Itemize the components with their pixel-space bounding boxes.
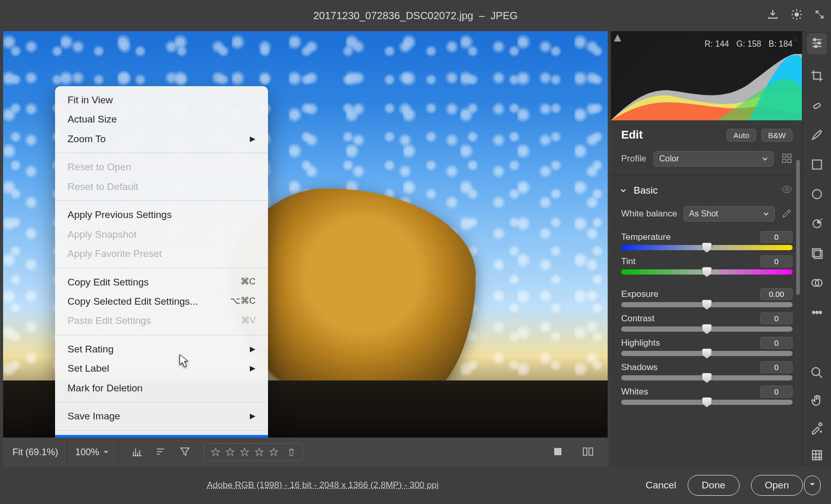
cancel-button[interactable]: Cancel xyxy=(646,480,676,491)
svg-rect-13 xyxy=(812,160,821,169)
sort-icon[interactable] xyxy=(151,443,171,461)
exposure-control[interactable]: Exposure0.00 xyxy=(611,286,802,310)
filter-icon[interactable] xyxy=(175,443,195,461)
presets-icon[interactable] xyxy=(810,247,824,262)
menu-reset-to-default: Reset to Default xyxy=(55,177,268,196)
svg-point-25 xyxy=(820,431,821,432)
menu-apply-fav-preset: Apply Favorite Preset xyxy=(55,244,268,263)
image-preview[interactable]: Fit in View Actual Size Zoom To▶ Reset t… xyxy=(3,31,608,438)
svg-point-14 xyxy=(812,189,821,198)
rating-bar[interactable] xyxy=(204,443,303,461)
menu-set-rating[interactable]: Set Rating▶ xyxy=(55,339,268,359)
star-icon[interactable] xyxy=(254,447,264,457)
visibility-icon[interactable] xyxy=(781,184,793,197)
svg-point-24 xyxy=(812,367,820,375)
zoom-dropdown[interactable]: 100% xyxy=(75,447,110,458)
temperature-control[interactable]: Temperature0 xyxy=(611,229,802,253)
footer: Adobe RGB (1998) - 16 bit - 2048 x 1366 … xyxy=(0,467,831,504)
gear-icon[interactable] xyxy=(790,8,803,23)
canvas-column: Fit in View Actual Size Zoom To▶ Reset t… xyxy=(0,31,611,467)
snapshot-icon[interactable] xyxy=(810,276,824,291)
compare-icon[interactable] xyxy=(578,443,598,461)
svg-point-16 xyxy=(817,221,820,223)
done-button[interactable]: Done xyxy=(688,475,739,496)
svg-point-0 xyxy=(795,13,798,16)
svg-rect-4 xyxy=(783,154,786,157)
highlights-control[interactable]: Highlights0 xyxy=(611,335,802,359)
svg-point-9 xyxy=(813,38,815,40)
menu-set-label[interactable]: Set Label▶ xyxy=(55,359,268,378)
svg-rect-6 xyxy=(783,159,786,162)
star-icon[interactable] xyxy=(269,447,279,457)
eyedropper-icon[interactable] xyxy=(781,208,793,221)
svg-point-11 xyxy=(814,45,816,47)
zoom-fit-label[interactable]: Fit (69.1%) xyxy=(12,447,58,458)
open-button[interactable]: Open xyxy=(751,475,803,496)
star-icon[interactable] xyxy=(210,447,221,457)
app-window: 20171230_072836_DSC02072.jpg – JPEG Fit … xyxy=(0,0,831,504)
crop-icon[interactable] xyxy=(810,69,824,84)
histogram-toggle-icon[interactable] xyxy=(127,443,148,461)
main-area: Fit in View Actual Size Zoom To▶ Reset t… xyxy=(0,31,831,467)
svg-rect-7 xyxy=(788,159,791,162)
sliders-icon[interactable] xyxy=(807,33,827,55)
image-metadata[interactable]: Adobe RGB (1998) - 16 bit - 2048 x 1366 … xyxy=(0,480,646,491)
svg-point-8 xyxy=(785,188,788,191)
profile-browser-icon[interactable] xyxy=(781,153,793,166)
menu-save-image[interactable]: Save Image▶ xyxy=(55,406,268,426)
menu-fit-in-view[interactable]: Fit in View xyxy=(55,90,268,110)
profile-dropdown[interactable]: Color xyxy=(653,151,774,167)
trash-icon[interactable] xyxy=(286,447,297,457)
heal-icon[interactable] xyxy=(810,99,824,114)
histogram-b: B: 184 xyxy=(769,39,793,49)
basic-section-toggle[interactable]: Basic xyxy=(619,185,658,196)
menu-copy-sel-edit[interactable]: Copy Selected Edit Settings...⌥⌘C xyxy=(55,292,268,311)
menu-zoom-to[interactable]: Zoom To▶ xyxy=(55,129,268,148)
open-dropdown[interactable] xyxy=(804,475,821,495)
whites-control[interactable]: Whites0 xyxy=(611,384,802,408)
panel-scrollbar[interactable] xyxy=(796,160,800,295)
svg-rect-12 xyxy=(813,103,821,109)
redeye-icon[interactable] xyxy=(810,217,824,232)
svg-point-23 xyxy=(819,311,821,314)
shadows-control[interactable]: Shadows0 xyxy=(611,359,802,384)
histogram-r: R: 144 xyxy=(705,39,729,49)
contrast-control[interactable]: Contrast0 xyxy=(611,310,802,335)
context-menu: Fit in View Actual Size Zoom To▶ Reset t… xyxy=(55,86,268,438)
tool-strip xyxy=(802,31,831,467)
histogram-g: G: 158 xyxy=(736,39,761,49)
edit-title: Edit xyxy=(621,128,643,142)
star-icon[interactable] xyxy=(239,447,250,457)
bottom-toolbar: Fit (69.1%) 100% xyxy=(3,438,608,467)
hand-tool-icon[interactable] xyxy=(810,393,824,408)
radial-gradient-icon[interactable] xyxy=(810,187,824,202)
menu-mark-deletion[interactable]: Mark for Deletion xyxy=(55,378,268,398)
download-icon[interactable] xyxy=(767,8,779,23)
menu-actual-size[interactable]: Actual Size xyxy=(55,110,268,129)
brush-icon[interactable] xyxy=(810,128,824,143)
svg-rect-3 xyxy=(589,448,593,455)
svg-point-10 xyxy=(818,42,820,44)
histogram[interactable]: R: 144 G: 158 B: 184 xyxy=(611,31,802,121)
star-icon[interactable] xyxy=(225,447,235,457)
menu-copy-edit[interactable]: Copy Edit Settings⌘C xyxy=(55,273,268,292)
auto-button[interactable]: Auto xyxy=(727,129,756,142)
wb-dropdown[interactable]: As Shot xyxy=(683,206,775,222)
more-icon[interactable] xyxy=(810,306,824,321)
bw-button[interactable]: B&W xyxy=(761,129,793,142)
svg-rect-1 xyxy=(554,448,561,455)
zoom-tool-icon[interactable] xyxy=(810,366,824,381)
square-icon[interactable] xyxy=(547,443,568,461)
shadow-clip-icon[interactable] xyxy=(613,33,622,43)
svg-point-22 xyxy=(815,311,817,314)
menu-apply-previous[interactable]: Apply Previous Settings xyxy=(55,205,268,224)
svg-rect-2 xyxy=(583,448,587,455)
linear-gradient-icon[interactable] xyxy=(810,158,824,173)
edit-panel: R: 144 G: 158 B: 184 Edit xyxy=(611,31,802,467)
color-sample-icon[interactable] xyxy=(810,421,824,436)
window-title: 20171230_072836_DSC02072.jpg – JPEG xyxy=(0,10,831,22)
fullscreen-icon[interactable] xyxy=(814,9,825,22)
grid-tool-icon[interactable] xyxy=(810,448,824,464)
menu-apply-snapshot: Apply Snapshot xyxy=(55,225,268,244)
tint-control[interactable]: Tint0 xyxy=(611,253,802,278)
